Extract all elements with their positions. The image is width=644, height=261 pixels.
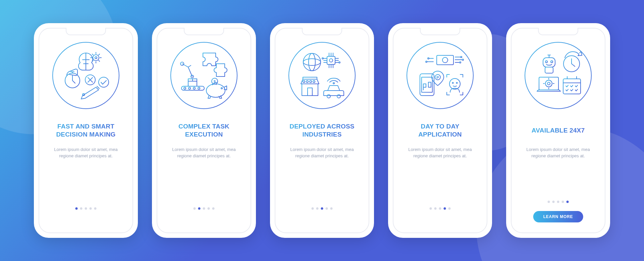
phone-notch	[538, 28, 578, 35]
svg-rect-25	[302, 84, 318, 96]
svg-point-45	[449, 79, 460, 89]
phone-screen: AVAILABLE 24X7 Lorem ipsum dolor sit ame…	[511, 28, 605, 233]
onboarding-illustration	[285, 39, 359, 112]
svg-point-0	[93, 55, 99, 61]
pagination-dot[interactable]	[312, 207, 314, 210]
svg-point-14	[206, 84, 225, 97]
svg-point-32	[337, 95, 340, 98]
phone-screen: DEPLOYED ACROSS INDUSTRIES Lorem ipsum d…	[275, 28, 369, 233]
phone-frame: $ COMPLEX TASK EXECUTION Lorem ipsum dol…	[152, 23, 256, 238]
phone-screen: FAST AND SMART DECISION MAKING Lorem ips…	[39, 28, 133, 233]
pagination-dot[interactable]	[75, 207, 78, 210]
pagination-dot[interactable]	[94, 207, 97, 210]
pagination-dot[interactable]	[321, 207, 323, 210]
onboarding-title: AVAILABLE 24X7	[532, 122, 585, 139]
decision-making-icon	[54, 44, 118, 107]
pagination-dot[interactable]	[90, 207, 92, 210]
onboarding-description: Lorem ipsum dolor sit amet, mea regione …	[163, 147, 245, 159]
onboarding-illustration	[521, 39, 595, 112]
onboarding-title: FAST AND SMART DECISION MAKING	[45, 122, 126, 139]
svg-point-11	[189, 87, 191, 89]
pagination-dot[interactable]	[448, 207, 451, 210]
svg-point-4	[99, 77, 109, 87]
svg-point-30	[313, 81, 315, 83]
phone-frame: AVAILABLE 24X7 Lorem ipsum dolor sit ame…	[506, 23, 610, 238]
learn-more-button[interactable]: LEARN MORE	[533, 211, 583, 222]
task-execution-icon: $	[172, 44, 236, 107]
pagination-dot[interactable]	[212, 207, 215, 210]
pagination-dot[interactable]	[552, 201, 555, 203]
svg-point-23	[322, 58, 323, 59]
industries-icon	[290, 44, 354, 107]
pagination-dots	[312, 207, 333, 210]
available-247-icon	[526, 44, 590, 107]
onboarding-description: Lorem ipsum dolor sit amet, mea regione …	[45, 147, 126, 159]
phone-frame: DEPLOYED ACROSS INDUSTRIES Lorem ipsum d…	[270, 23, 374, 238]
phone-screen: P DAY TO DAY APPLICATION Lorem ipsum dol…	[393, 28, 487, 233]
svg-text:$: $	[214, 80, 216, 84]
onboarding-description: Lorem ipsum dolor sit amet, mea regione …	[399, 147, 481, 159]
onboarding-illustration: P	[403, 39, 477, 112]
svg-point-36	[428, 58, 429, 59]
svg-point-47	[457, 83, 458, 84]
pagination-dots	[430, 207, 451, 210]
svg-point-33	[333, 83, 334, 84]
pagination-dot[interactable]	[439, 207, 441, 210]
svg-point-50	[551, 61, 553, 63]
svg-point-27	[303, 81, 305, 83]
svg-point-1	[95, 57, 97, 59]
pagination-dot[interactable]	[326, 207, 328, 210]
svg-point-28	[306, 81, 308, 83]
pagination-dot[interactable]	[85, 207, 87, 210]
svg-point-39	[462, 59, 464, 60]
svg-point-54	[545, 80, 552, 87]
pagination-dot[interactable]	[567, 201, 569, 203]
svg-point-10	[184, 87, 186, 89]
pagination-dot[interactable]	[198, 207, 201, 210]
svg-point-31	[327, 95, 330, 98]
pagination-dot[interactable]	[316, 207, 319, 210]
pagination-dot[interactable]	[548, 201, 550, 203]
pagination-dot[interactable]	[430, 207, 432, 210]
svg-rect-26	[308, 88, 312, 96]
pagination-dots	[548, 201, 569, 203]
onboarding-title: DAY TO DAY APPLICATION	[399, 122, 481, 139]
pagination-dot[interactable]	[557, 201, 559, 203]
svg-point-38	[461, 56, 462, 58]
svg-rect-48	[543, 58, 555, 67]
svg-point-46	[452, 83, 453, 84]
phone-notch	[420, 28, 460, 35]
pagination-dot[interactable]	[203, 207, 205, 210]
phone-notch	[184, 28, 224, 35]
pagination-dot[interactable]	[562, 201, 564, 203]
svg-point-15	[221, 88, 222, 89]
phones-container: FAST AND SMART DECISION MAKING Lorem ips…	[34, 23, 610, 238]
pagination-dot[interactable]	[80, 207, 83, 210]
onboarding-illustration: $	[167, 39, 241, 112]
svg-point-24	[339, 62, 340, 63]
phone-frame: P DAY TO DAY APPLICATION Lorem ipsum dol…	[388, 23, 492, 238]
svg-point-29	[310, 81, 312, 83]
svg-point-49	[545, 61, 547, 63]
phone-frame: FAST AND SMART DECISION MAKING Lorem ips…	[34, 23, 138, 238]
svg-point-37	[426, 61, 427, 62]
svg-rect-34	[437, 55, 453, 65]
onboarding-title: DEPLOYED ACROSS INDUSTRIES	[281, 122, 363, 139]
svg-rect-51	[545, 67, 553, 73]
pagination-dots	[194, 207, 215, 210]
daily-application-icon: P	[408, 44, 472, 107]
pagination-dot[interactable]	[434, 207, 437, 210]
svg-text:P: P	[436, 75, 439, 80]
pagination-dot[interactable]	[208, 207, 210, 210]
pagination-dot[interactable]	[330, 207, 333, 210]
svg-point-22	[329, 59, 333, 62]
onboarding-illustration	[49, 39, 123, 112]
svg-point-12	[193, 87, 195, 89]
phone-notch	[66, 28, 106, 35]
svg-point-55	[547, 82, 550, 85]
pagination-dot[interactable]	[194, 207, 196, 210]
svg-rect-21	[327, 56, 335, 64]
svg-point-13	[198, 87, 200, 89]
onboarding-description: Lorem ipsum dolor sit amet, mea regione …	[518, 147, 599, 159]
pagination-dot[interactable]	[444, 207, 446, 210]
